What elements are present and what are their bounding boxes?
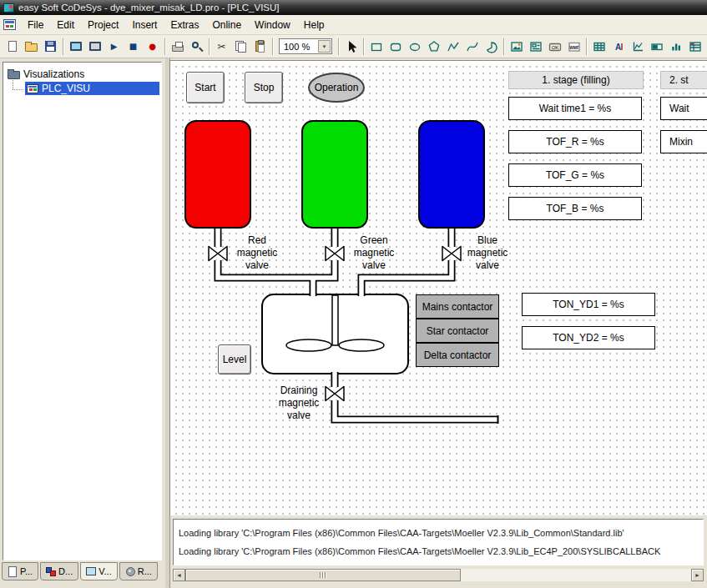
tof-r-field: TOF_R = %s [508, 130, 642, 153]
level-button[interactable]: Level [218, 344, 251, 374]
cut-button[interactable]: ✂ [212, 38, 231, 56]
printer-icon [172, 45, 184, 52]
bitmap-tool-button[interactable] [507, 38, 526, 56]
button-tool-button[interactable]: OK [545, 38, 564, 56]
tab-resources[interactable]: R... [119, 562, 158, 580]
project-tabs: P... D... V... R... [2, 562, 158, 582]
tab-visualizations[interactable]: V... [80, 562, 118, 580]
copy-button[interactable] [231, 38, 250, 56]
rounded-rectangle-tool-button[interactable] [386, 38, 405, 56]
alarm-table-tool-button[interactable] [685, 38, 704, 56]
visualization-canvas[interactable]: Redmagneticvalve Greenmagneticvalve Blue… [169, 60, 707, 515]
toolbar-separator [338, 38, 339, 55]
menu-window[interactable]: Window [248, 17, 297, 33]
bar-display-tool-button[interactable] [647, 38, 666, 56]
menu-insert[interactable]: Insert [125, 17, 164, 33]
open-project-button[interactable] [22, 38, 41, 56]
histogram-icon [669, 40, 683, 53]
agitator-shaft [332, 295, 338, 345]
trend-tool-button[interactable] [628, 38, 647, 56]
toolbar-separator [586, 38, 587, 55]
operation-lamp[interactable]: Operation [308, 73, 365, 103]
resources-icon [125, 566, 135, 576]
rectangle-tool-button[interactable] [366, 38, 386, 56]
svg-text:A: A [615, 43, 621, 52]
toolbar-separator [503, 38, 504, 55]
polygon-tool-button[interactable] [424, 38, 443, 56]
start-button[interactable]: Start [186, 72, 225, 103]
scrollbar-thumb[interactable] [185, 569, 461, 581]
visualization-tool-button[interactable] [526, 38, 545, 56]
red-dye-tank [184, 120, 251, 229]
toolbar-separator [63, 38, 63, 55]
scroll-left-button[interactable]: ◄ [173, 569, 185, 581]
chevron-down-icon[interactable]: ▼ [318, 40, 331, 53]
toggle-breakpoint-button[interactable]: ● [143, 38, 162, 56]
mixing-time-field: Mixin [660, 130, 707, 153]
run-button[interactable]: ▶ [104, 38, 124, 56]
window-title: easy Soft CoDeSys - dye_mixer_misak_LD.p… [18, 3, 280, 13]
title-bar: easy Soft CoDeSys - dye_mixer_misak_LD.p… [0, 0, 707, 15]
menu-extras[interactable]: Extras [164, 17, 205, 33]
message-pane: Loading library 'C:\Program Files (x86)\… [173, 519, 704, 565]
menu-help[interactable]: Help [297, 17, 331, 33]
green-valve-icon [326, 247, 344, 261]
stop-button[interactable]: ■ [124, 38, 143, 56]
curve-tool-button[interactable] [462, 38, 482, 56]
scrollbar-track[interactable] [185, 569, 691, 581]
paste-button[interactable] [250, 38, 270, 56]
log-line: Loading library 'C:\Program Files (x86)\… [179, 524, 698, 542]
ellipse-tool-button[interactable] [405, 38, 424, 56]
pie-tool-button[interactable] [482, 38, 501, 56]
stop-icon: ■ [129, 43, 137, 51]
label-text-icon: A [612, 40, 625, 53]
trend-icon [631, 40, 644, 53]
blue-valve-icon [442, 247, 461, 261]
ton-yd2-field: TON_YD2 = %s [522, 326, 655, 349]
label-tool-button[interactable]: A [609, 38, 628, 56]
menu-online[interactable]: Online [205, 17, 248, 33]
tree-selection[interactable]: PLC_VISU [25, 82, 159, 95]
red-valve-icon [209, 247, 227, 261]
tab-resources-label: R... [138, 566, 152, 576]
folder-icon [8, 71, 20, 79]
magnifier-icon [192, 42, 199, 48]
green-dye-tank [301, 120, 368, 229]
table-tool-button[interactable] [589, 38, 609, 56]
tab-pous[interactable]: P... [2, 562, 38, 580]
new-document-button[interactable] [3, 38, 22, 56]
green-valve-label: Greenmagneticvalve [347, 234, 401, 272]
wmf-tool-button[interactable]: WMF [564, 38, 583, 56]
menu-project[interactable]: Project [81, 17, 125, 33]
stop-button[interactable]: Stop [245, 72, 283, 103]
scroll-right-button[interactable]: ► [691, 569, 704, 581]
tree-root-visualizations[interactable]: Visualizations [3, 67, 161, 81]
login-button[interactable] [66, 38, 85, 56]
ellipse-icon [408, 40, 422, 53]
ton-yd1-field: TON_YD1 = %s [522, 293, 655, 316]
alarm-table-icon [689, 40, 702, 53]
find-button[interactable] [187, 38, 206, 56]
polyline-tool-button[interactable] [443, 38, 462, 56]
scrollbar-grip [320, 572, 326, 578]
print-button[interactable] [168, 38, 187, 56]
visualization-tree[interactable]: Visualizations PLC_VISU [3, 62, 162, 560]
logout-button[interactable] [85, 38, 104, 56]
copy-icon [235, 41, 246, 52]
menu-edit[interactable]: Edit [50, 17, 81, 33]
tab-data-types[interactable]: D... [40, 562, 78, 580]
tree-item-plc-visu[interactable]: PLC_VISU [3, 81, 161, 96]
histogram-tool-button[interactable] [666, 38, 685, 56]
mains-contactor-indicator: Mains contactor [416, 294, 499, 319]
menu-file[interactable]: File [21, 17, 50, 33]
red-valve-label: Redmagneticvalve [230, 234, 284, 272]
drain-valve-icon [326, 387, 344, 401]
save-floppy-icon [45, 41, 56, 52]
sidebar-panel: Visualizations PLC_VISU P... D... V... R… [0, 58, 165, 588]
zoom-select[interactable]: 100 % ▼ [279, 38, 332, 54]
horizontal-scrollbar[interactable]: ◄ ► [173, 569, 704, 581]
pointer-tool-button[interactable] [341, 38, 361, 56]
save-button[interactable] [41, 38, 60, 56]
agitator-blade-left [286, 339, 331, 351]
tree-item-label: PLC_VISU [42, 83, 90, 94]
